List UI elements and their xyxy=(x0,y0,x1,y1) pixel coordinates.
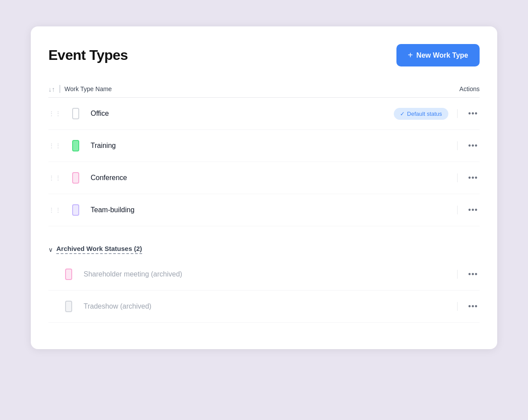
table-row: ⋮⋮ Training ••• xyxy=(48,130,480,162)
work-type-name-training: Training xyxy=(91,142,454,150)
action-divider xyxy=(457,206,458,214)
drag-handle[interactable]: ⋮⋮ xyxy=(48,142,62,149)
page-header: Event Types + New Work Type xyxy=(48,44,480,66)
more-actions-button-training[interactable]: ••• xyxy=(466,140,480,151)
table-row: ⋮⋮ Conference ••• xyxy=(48,162,480,194)
icon-shape xyxy=(72,172,79,184)
more-actions-button-office[interactable]: ••• xyxy=(466,108,480,119)
row-actions-tradeshow: ••• xyxy=(454,301,480,312)
work-type-icon-training xyxy=(68,138,84,154)
action-divider xyxy=(457,302,458,311)
table-row: ⋮⋮ Office ✓ Default status ••• xyxy=(48,98,480,130)
chevron-down-icon: ∨ xyxy=(48,246,53,253)
more-actions-button-teambuilding[interactable]: ••• xyxy=(466,205,480,216)
archived-section-header[interactable]: ∨ Archived Work Statuses (2) xyxy=(48,240,480,258)
default-status-badge: ✓ Default status xyxy=(394,108,448,120)
col-work-type-name: Work Type Name xyxy=(65,85,454,92)
archived-rows: Shareholder meeting (archived) ••• Trade… xyxy=(48,258,480,323)
more-actions-button-conference[interactable]: ••• xyxy=(466,173,480,184)
icon-shape xyxy=(65,269,72,280)
sort-icon[interactable]: ↓↑ xyxy=(48,85,55,93)
work-type-name-office: Office xyxy=(91,110,394,118)
row-actions-office: ✓ Default status ••• xyxy=(394,108,480,120)
main-card: Event Types + New Work Type ↓↑ Work Type… xyxy=(31,26,497,349)
check-icon: ✓ xyxy=(400,111,405,117)
archived-section: ∨ Archived Work Statuses (2) Shareholder… xyxy=(48,240,480,323)
table-header: ↓↑ Work Type Name Actions xyxy=(48,81,480,98)
work-type-name-teambuilding: Team-building xyxy=(91,206,454,214)
row-actions-training: ••• xyxy=(454,140,480,151)
action-divider xyxy=(457,270,458,279)
work-type-icon-teambuilding xyxy=(68,202,84,218)
drag-handle[interactable]: ⋮⋮ xyxy=(48,110,62,117)
action-divider xyxy=(457,141,458,150)
row-actions-teambuilding: ••• xyxy=(454,205,480,216)
archived-section-title: Archived Work Statuses (2) xyxy=(56,245,142,254)
icon-shape xyxy=(72,140,79,151)
plus-icon: + xyxy=(408,50,413,60)
default-status-label: Default status xyxy=(407,111,442,117)
new-work-type-label: New Work Type xyxy=(416,52,468,59)
table-row: Shareholder meeting (archived) ••• xyxy=(48,258,480,291)
work-type-icon-tradeshow xyxy=(61,298,77,314)
drag-handle[interactable]: ⋮⋮ xyxy=(48,174,62,181)
work-type-name-tradeshow: Tradeshow (archived) xyxy=(84,302,454,310)
icon-shape xyxy=(65,301,72,312)
icon-shape xyxy=(72,204,79,216)
work-type-icon-shareholder xyxy=(61,266,77,282)
work-type-icon-office xyxy=(68,106,84,122)
header-divider xyxy=(59,85,60,93)
new-work-type-button[interactable]: + New Work Type xyxy=(396,44,480,66)
work-type-icon-conference xyxy=(68,170,84,186)
col-actions: Actions xyxy=(453,85,480,92)
row-actions-shareholder: ••• xyxy=(454,269,480,280)
drag-handle[interactable]: ⋮⋮ xyxy=(48,206,62,214)
more-actions-button-shareholder[interactable]: ••• xyxy=(466,269,480,280)
table-row: ⋮⋮ Team-building ••• xyxy=(48,194,480,226)
table-row: Tradeshow (archived) ••• xyxy=(48,291,480,323)
icon-shape xyxy=(72,108,79,119)
action-divider xyxy=(457,109,458,118)
work-type-name-conference: Conference xyxy=(91,174,454,182)
page-title: Event Types xyxy=(48,47,128,63)
row-actions-conference: ••• xyxy=(454,173,480,184)
work-type-name-shareholder: Shareholder meeting (archived) xyxy=(84,270,454,278)
more-actions-button-tradeshow[interactable]: ••• xyxy=(466,301,480,312)
action-divider xyxy=(457,173,458,182)
